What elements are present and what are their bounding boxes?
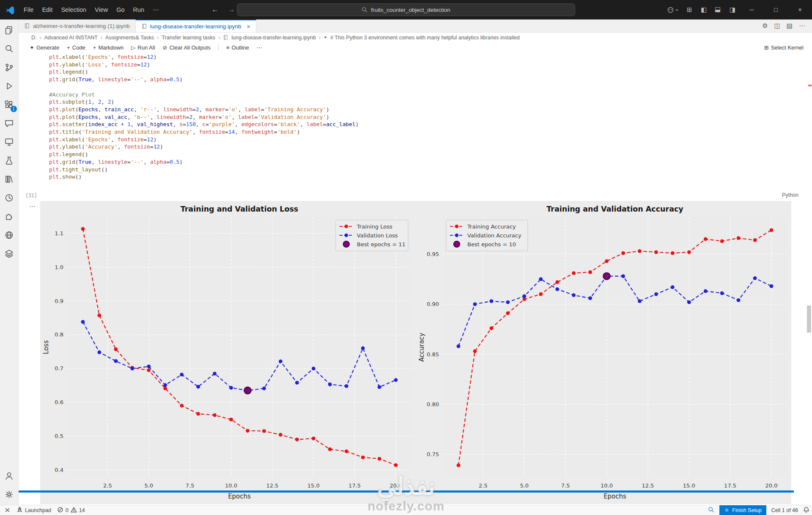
account-icon[interactable]	[3, 469, 16, 482]
cell-more-actions-icon[interactable]: ⋯	[29, 203, 36, 210]
status-right: Finish Setup Cell 1 of 46	[708, 505, 812, 515]
finish-setup-button[interactable]: Finish Setup	[719, 505, 766, 515]
tab-alzheimer-notebook[interactable]: alzheimer-s-transfer-learning (1).ipynb	[19, 19, 136, 32]
layout-grid-icon[interactable]: ⊞	[682, 0, 697, 19]
run-all-label: Run All	[137, 44, 155, 51]
svg-text:0.7: 0.7	[55, 365, 63, 372]
command-search-box[interactable]: fruits_counter_object_detection	[237, 3, 575, 16]
problems-button[interactable]: 0 14	[57, 507, 85, 514]
toolbar-divider	[218, 44, 219, 50]
search-sidebar-icon[interactable]	[3, 42, 16, 55]
cell-indicator[interactable]: Cell 1 of 46	[771, 507, 798, 513]
outline-button[interactable]: ≡Outline	[226, 44, 249, 51]
generate-button[interactable]: ✦Generate	[30, 44, 59, 51]
menu-file[interactable]: File	[19, 3, 38, 16]
editor-more-actions-icon[interactable]: ⋯	[799, 22, 805, 30]
breadcrumb-folder[interactable]: Advanced AI INSTANT	[44, 35, 98, 41]
menu-view[interactable]: View	[91, 3, 112, 16]
clear-all-outputs-button[interactable]: ⊘Clear All Outputs	[163, 44, 211, 51]
outline-icon: ≡	[226, 44, 230, 51]
vscode-logo-icon[interactable]	[0, 6, 19, 14]
split-editor-icon[interactable]: ◫	[774, 22, 780, 30]
remote-explorer-icon[interactable]	[3, 135, 16, 148]
workbench-body: 1	[0, 19, 812, 505]
menu-run[interactable]: Run	[129, 3, 149, 16]
tab-lung-notebook[interactable]: lung-disease-transfer-learning.ipynb ×	[136, 19, 256, 32]
maximize-button[interactable]: □	[764, 0, 788, 19]
toggle-panel-icon[interactable]: ◨	[708, 3, 728, 17]
launchpad-button[interactable]: Launchpad	[16, 507, 51, 514]
svg-text:Validation Accuracy: Validation Accuracy	[467, 232, 521, 239]
svg-text:5.0: 5.0	[520, 482, 529, 489]
svg-text:1.1: 1.1	[55, 230, 63, 237]
code-line: plt.tight_layout()	[49, 166, 359, 174]
activity-bar: 1	[0, 19, 19, 505]
scrollbar-annotation	[808, 85, 812, 86]
close-tab-icon[interactable]: ×	[247, 23, 250, 30]
code-line: plt.plot(Epochs, train_acc, 'r--', linew…	[49, 106, 359, 113]
svg-text:Training and Validation Accura: Training and Validation Accuracy	[546, 205, 683, 213]
menu-edit[interactable]: Edit	[38, 3, 57, 16]
copilot-menu-icon[interactable]	[664, 6, 682, 14]
chevron-right-icon: ›	[319, 35, 321, 41]
close-window-button[interactable]: ×	[788, 0, 812, 19]
history-clock-icon[interactable]	[3, 191, 16, 204]
run-debug-icon[interactable]	[3, 80, 16, 92]
forward-icon[interactable]: →	[228, 6, 235, 14]
chat-icon[interactable]	[3, 117, 16, 129]
code-cell-editor[interactable]: plt.xlabel('Epochs', fontsize=12)plt.yla…	[49, 53, 359, 181]
code-line: plt.grid(True, linestyle='--', alpha=0.5…	[49, 76, 359, 83]
extensions-icon[interactable]: 1	[3, 98, 16, 111]
add-code-button[interactable]: +Code	[67, 44, 85, 51]
run-all-button[interactable]: ▷Run All	[131, 44, 155, 51]
svg-text:Best epochs = 11: Best epochs = 11	[357, 241, 406, 248]
clear-icon: ⊘	[163, 44, 167, 51]
explorer-pages-icon[interactable]	[3, 24, 16, 36]
menu-go[interactable]: Go	[112, 3, 129, 16]
breadcrumb-cell-symbol[interactable]: # This Python 3 environment comes with m…	[330, 35, 520, 41]
notebook-icon	[141, 23, 147, 29]
menubar: File Edit Selection View Go Run ⋯	[19, 3, 163, 16]
test-beaker-icon[interactable]	[3, 154, 16, 167]
editor-settings-gear-icon[interactable]: ⚙	[762, 22, 768, 30]
svg-text:0.9: 0.9	[55, 298, 63, 304]
editor-actions: ⚙ ◫ ▤ ⋯	[762, 19, 812, 32]
breadcrumb-folder[interactable]: Assignments& Tasks	[105, 35, 154, 41]
editor-layout-icon[interactable]: ▤	[787, 22, 793, 30]
symbol-icon: ✦	[324, 35, 327, 40]
more-menus-icon[interactable]: ⋯	[148, 3, 163, 16]
chevron-right-icon: ›	[157, 35, 159, 41]
chevron-right-icon: ›	[101, 35, 102, 41]
source-control-icon[interactable]	[3, 61, 16, 74]
settings-gear-icon[interactable]	[3, 488, 16, 501]
svg-text:Training Accuracy: Training Accuracy	[467, 223, 516, 230]
select-kernel-button[interactable]: ⊞Select Kernel	[764, 44, 812, 51]
back-icon[interactable]: ←	[211, 6, 219, 14]
breadcrumb-file[interactable]: lung-disease-transfer-learning.ipynb	[231, 35, 315, 41]
bell-icon[interactable]	[803, 507, 809, 514]
svg-text:Loss: Loss	[42, 340, 50, 354]
extensions-badge: 1	[11, 106, 17, 112]
add-markdown-button[interactable]: +Markdown	[93, 44, 124, 51]
outline-label: Outline	[232, 44, 249, 51]
breadcrumb-drive[interactable]: D:	[31, 35, 37, 41]
library-icon[interactable]	[3, 173, 16, 185]
svg-text:0.5: 0.5	[55, 433, 63, 439]
tab-bar: alzheimer-s-transfer-learning (1).ipynb …	[19, 19, 812, 33]
scrollbar-thumb[interactable]	[807, 306, 811, 333]
globe-icon[interactable]	[3, 229, 16, 241]
toolbar-more-button[interactable]: ⋯	[257, 44, 262, 51]
cell-language-picker[interactable]: Python	[782, 192, 798, 198]
remote-icon[interactable]	[4, 507, 11, 513]
layers-icon[interactable]	[3, 247, 16, 260]
svg-text:20.0: 20.0	[765, 482, 778, 489]
search-status-icon[interactable]	[708, 507, 714, 514]
breadcrumb-folder[interactable]: Transfer learning tasks	[162, 35, 215, 41]
vscode-window: File Edit Selection View Go Run ⋯ ← → fr…	[0, 0, 812, 515]
puzzle-icon[interactable]	[3, 210, 16, 223]
menu-selection[interactable]: Selection	[57, 3, 91, 16]
figure-output: 2.55.07.510.012.515.017.520.00.40.50.60.…	[40, 201, 791, 504]
minimize-button[interactable]: ─	[740, 0, 764, 19]
error-icon	[57, 507, 63, 514]
code-line: plt.scatter(index_acc + 1, val_highest, …	[49, 121, 359, 128]
